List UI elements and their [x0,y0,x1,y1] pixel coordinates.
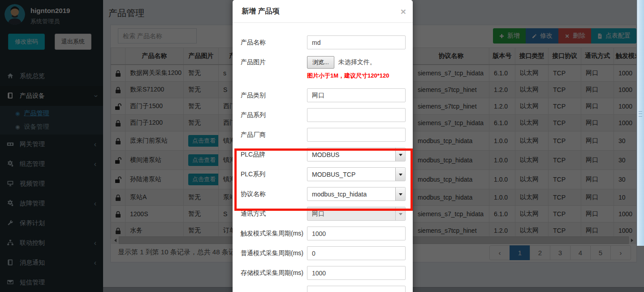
sidebar-item-label: 保养计划 [20,219,96,227]
sidebar-item-gateway-manage[interactable]: 网关管理‹ [0,135,103,154]
sidebar-item-fault-manage[interactable]: 故障管理‹ [0,194,103,214]
cell-trigger-period: 1000 [614,82,637,98]
field-row-extra-field [241,286,406,292]
chevron-down-icon: ‹ [91,95,99,97]
window-vertical-scrollbar[interactable] [637,0,644,246]
field-row-product-image: 产品图片浏览...未选择文件。 [241,55,406,69]
cell-interface-protocol: TCP [549,131,581,151]
cell-interface-protocol: TCP [549,65,581,82]
sidebar-item-device-manage[interactable]: ◉设备管理 [0,120,103,134]
sidebar-item-maintenance-plan[interactable]: 保养计划 [0,214,103,233]
search-input[interactable] [118,28,197,44]
sidebar-item-product-manage[interactable]: ◉产品管理 [0,107,103,120]
field-row-product-name: 产品名称 [241,35,406,49]
book-icon [7,259,15,267]
field-label: 产品厂商 [241,131,307,139]
column-header[interactable] [111,48,125,65]
scroll-right-arrow-icon[interactable] [629,236,636,244]
locked-icon [111,65,125,82]
column-header[interactable]: 产品名称 [125,48,184,65]
dropdown-arrow-icon[interactable] [395,148,405,161]
cell-product-image: 点击查看 [184,151,219,170]
circle-dot-icon: ◉ [15,124,20,130]
dropdown-arrow-icon[interactable] [395,187,405,200]
cell-comm-mode: 网口 [581,115,614,131]
column-header[interactable]: 接口类型 [515,48,549,65]
sidebar-item-config-manage[interactable]: 组态管理‹ [0,154,103,174]
column-header[interactable]: 产品图片 [184,48,219,65]
pagination: ‹12345› [490,245,631,260]
product-vendor-input[interactable] [307,128,406,142]
sidebar-item-label: 产品设备 [20,92,94,100]
page-number-button[interactable]: 4 [570,245,591,260]
column-header[interactable]: 触发模式 [614,48,637,65]
field-control: 图片小于1M，建议尺寸120*120 [307,72,406,80]
sidebar-item-product-device[interactable]: 产品设备‹ [0,86,103,106]
plc-series-select[interactable]: MODBUS_TCP [307,167,406,181]
field-control: 网口 [307,207,406,221]
page-number-button[interactable]: 5 [590,245,611,260]
sidebar-item-label: 消息通知 [20,259,94,267]
edit-button[interactable]: 修改 [526,28,558,44]
sidebar-item-linkage-control[interactable]: 联动控制‹ [0,233,103,253]
trigger-period-input[interactable] [307,227,406,240]
sidebar-item-video-manage[interactable]: 视频管理 [0,174,103,194]
cell-product-image: 点击查看 [184,170,219,189]
column-header[interactable]: 协议名称 [413,48,489,65]
page-next-button[interactable]: › [610,245,631,260]
storage-period-input[interactable] [307,266,406,280]
sidebar-item-system-overview[interactable]: 系统总览 [0,66,103,86]
cell-trigger-period: 30 [614,151,637,170]
sidebar-nav: 系统总览产品设备‹◉产品管理◉设备管理网关管理‹组态管理‹视频管理故障管理‹保养… [0,66,103,292]
protocol-name-select[interactable]: modbus_tcp_hidata [307,187,406,201]
scroll-left-arrow-icon[interactable] [111,236,119,244]
column-header[interactable]: 版本号 [489,48,515,65]
field-row-comm-mode: 通讯方式网口 [241,207,406,221]
cell-version: 1.2.0 [489,82,515,98]
view-image-button[interactable]: 点击查看 [188,135,219,147]
page-number-button[interactable]: 1 [510,245,530,260]
view-image-button[interactable]: 点击查看 [188,154,219,166]
sidebar-item-label: 短信管理 [20,279,96,287]
field-row-product-category: 产品类别 [241,88,406,102]
delete-button[interactable]: 删除 [558,28,591,44]
normal-period-input[interactable] [307,246,406,260]
add-button[interactable]: 新增 [493,28,526,44]
plc-brand-select[interactable]: MODBUS [307,148,406,161]
product-series-input[interactable] [307,108,406,122]
cell-interface-type: 以太网 [515,115,549,131]
logout-button[interactable]: 退出系统 [55,34,91,50]
toolbar-pencil-icon [532,33,537,39]
cell-interface-protocol: TCP [549,206,581,222]
page-number-button[interactable]: 2 [530,245,550,260]
locked-icon [111,206,125,222]
change-password-button[interactable]: 修改密码 [8,34,45,50]
scrollbar-grip-icon[interactable] [639,111,642,117]
close-icon[interactable]: × [401,7,406,16]
field-label: 普通模式采集周期(ms) [241,249,307,257]
page-number-button[interactable]: 3 [550,245,571,260]
product-category-input[interactable] [307,88,406,102]
sidebar-item-message-notify[interactable]: 消息通知‹ [0,253,103,273]
cell-protocol-name: siemens_s7tcp_hinet [413,82,489,98]
view-image-button[interactable]: 点击查看 [188,174,219,185]
cell-comm-mode: 网口 [581,82,614,98]
cell-comm-mode: 网口 [581,65,614,82]
point-table-config-button[interactable]: 点表配置 [591,28,636,44]
dropdown-arrow-icon[interactable] [395,168,405,181]
sidebar-item-sms-manage[interactable]: 短信管理 [0,273,103,292]
cell-trigger-period: 1000 [614,115,637,131]
page-prev-button[interactable]: ‹ [489,245,510,260]
extra-field-input[interactable] [307,286,406,292]
field-row-protocol-name: 协议名称modbus_tcp_hidata [241,187,406,201]
envelope-icon [7,279,15,287]
field-control [307,266,406,280]
cell-version: 6.1.0 [489,206,515,222]
cell-version: 1.0.0 [489,189,515,206]
product-name-input[interactable] [307,35,406,49]
browse-button[interactable]: 浏览... [307,56,334,69]
circle-dot-icon: ◉ [15,110,20,117]
column-header[interactable]: 通讯方式 [581,48,614,65]
cell-comm-mode: 网口 [581,151,614,170]
column-header[interactable]: 接口协议 [549,48,581,65]
